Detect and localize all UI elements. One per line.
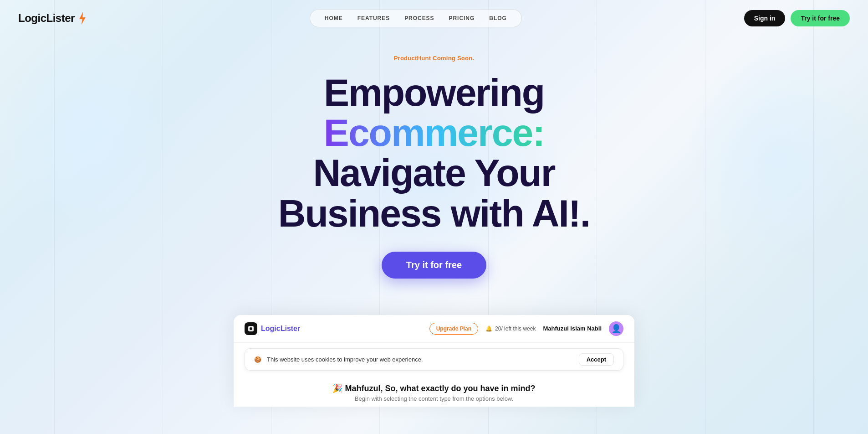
producthunt-badge: ProductHunt Coming Soon. bbox=[394, 55, 475, 62]
headline-line2: Navigate Your bbox=[313, 151, 555, 194]
svg-marker-0 bbox=[79, 12, 85, 24]
nav-link-process[interactable]: PROCESS bbox=[397, 12, 441, 24]
hero-section: ProductHunt Coming Soon. Empowering Ecom… bbox=[0, 36, 868, 306]
logo-purple-text: Lister bbox=[281, 325, 301, 332]
nav-link-features[interactable]: FEATURES bbox=[350, 12, 397, 24]
signin-button[interactable]: Sign in bbox=[744, 10, 786, 26]
headline-line3: Business with AI!. bbox=[278, 192, 590, 235]
greeting-text: Mahfuzul, So, what exactly do you have i… bbox=[345, 384, 535, 393]
user-name: Mahfuzul Islam Nabil bbox=[543, 325, 602, 332]
nav-link-blog[interactable]: BLOG bbox=[482, 12, 514, 24]
upgrade-plan-button[interactable]: Upgrade Plan bbox=[429, 323, 478, 335]
app-preview: LogicLister Upgrade Plan 🔔 20/ left this… bbox=[234, 315, 634, 407]
navbar: LogicLister HOME FEATURES PROCESS PRICIN… bbox=[0, 0, 868, 36]
avatar-image: 👤 bbox=[611, 324, 621, 334]
greeting-subtext: Begin with selecting the content type fr… bbox=[245, 395, 623, 402]
cookie-accept-button[interactable]: Accept bbox=[579, 353, 614, 366]
app-topbar: LogicLister Upgrade Plan 🔔 20/ left this… bbox=[234, 315, 634, 343]
app-logo: LogicLister bbox=[245, 322, 300, 335]
logo-text: LogicLister bbox=[18, 12, 75, 25]
usage-badge: 🔔 20/ left this week bbox=[485, 326, 536, 332]
nav-links: HOME FEATURES PROCESS PRICING BLOG bbox=[310, 9, 522, 27]
nav-actions: Sign in Try it for free bbox=[744, 10, 850, 26]
bolt-icon bbox=[77, 11, 87, 25]
app-logo-text: LogicLister bbox=[261, 325, 300, 333]
app-topbar-right: Upgrade Plan 🔔 20/ left this week Mahfuz… bbox=[429, 321, 623, 336]
hero-headline: Empowering Ecommerce: Navigate Your Busi… bbox=[278, 72, 590, 233]
nav-link-pricing[interactable]: PRICING bbox=[442, 12, 482, 24]
try-free-nav-button[interactable]: Try it for free bbox=[791, 10, 850, 26]
headline-line1: Empowering bbox=[324, 71, 544, 114]
app-logo-svg bbox=[247, 325, 255, 332]
user-avatar: 👤 bbox=[609, 321, 623, 336]
app-greeting: 🎉 Mahfuzul, So, what exactly do you have… bbox=[234, 376, 634, 407]
greeting-headline: 🎉 Mahfuzul, So, what exactly do you have… bbox=[245, 383, 623, 393]
usage-text: 20/ left this week bbox=[495, 326, 536, 332]
cookie-icon: 🍪 bbox=[254, 356, 261, 363]
cookie-text: This website uses cookies to improve you… bbox=[267, 356, 423, 363]
app-logo-icon bbox=[245, 322, 257, 335]
greeting-icon: 🎉 bbox=[332, 384, 342, 393]
usage-icon: 🔔 bbox=[485, 326, 492, 332]
logo[interactable]: LogicLister bbox=[18, 11, 87, 25]
headline-gradient: Ecommerce: bbox=[324, 111, 544, 154]
cookie-banner: 🍪 This website uses cookies to improve y… bbox=[245, 348, 623, 371]
nav-link-home[interactable]: HOME bbox=[317, 12, 350, 24]
svg-point-2 bbox=[250, 327, 252, 330]
logo-black-text: Logic bbox=[261, 325, 281, 332]
hero-cta-button[interactable]: Try it for free bbox=[382, 252, 486, 279]
